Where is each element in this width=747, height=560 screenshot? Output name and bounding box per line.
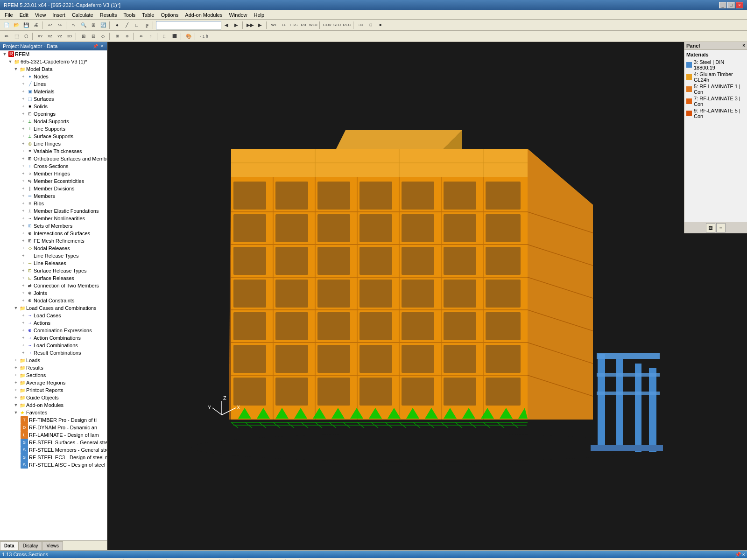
tree-connection-two[interactable]: + ⇌ Connection of Two Members bbox=[0, 282, 107, 289]
menu-results[interactable]: Results bbox=[97, 11, 120, 19]
dim-btn[interactable]: ↕ bbox=[146, 32, 155, 41]
menu-addon[interactable]: Add-on Modules bbox=[182, 11, 225, 19]
tree-avg-regions[interactable]: + 📁 Average Regions bbox=[0, 379, 107, 386]
bt-first[interactable]: |◀ bbox=[35, 559, 45, 560]
front-view[interactable]: ⊞ bbox=[79, 32, 88, 41]
menu-options[interactable]: Options bbox=[158, 11, 181, 19]
tree-fav-timber[interactable]: T RF-TIMBER Pro - Design of ti bbox=[0, 416, 107, 424]
menu-edit[interactable]: Edit bbox=[17, 11, 31, 19]
tree-mem-elastic[interactable]: + ⊥ Member Elastic Foundations bbox=[0, 207, 107, 215]
rotate-button[interactable]: 🔄 bbox=[99, 21, 108, 30]
view-yz[interactable]: YZ bbox=[55, 32, 64, 41]
select-all[interactable]: ⬚ bbox=[160, 32, 169, 41]
snap-obj[interactable]: ⊕ bbox=[122, 32, 132, 41]
exp-linesupp[interactable]: + bbox=[21, 126, 26, 132]
draw-btn1[interactable]: ✏ bbox=[2, 32, 11, 41]
bt-print[interactable]: 🖨 bbox=[136, 559, 146, 560]
tree-materials[interactable]: + ▣ Materials bbox=[0, 88, 107, 95]
tree-fav-steel-surf[interactable]: S RF-STEEL Surfaces - General stre bbox=[0, 439, 107, 446]
prev-btn[interactable]: ◀ bbox=[222, 21, 231, 30]
exp-linerel[interactable]: + bbox=[21, 260, 26, 266]
tree-lines[interactable]: + ╱ Lines bbox=[0, 80, 107, 88]
view-xy[interactable]: XY bbox=[35, 32, 45, 41]
bt-prev[interactable]: ◀ bbox=[45, 559, 55, 560]
expand-project[interactable]: ▼ bbox=[7, 59, 13, 64]
bt-l[interactable]: L bbox=[189, 559, 198, 560]
next-btn[interactable]: ▶ bbox=[232, 21, 241, 30]
tree-ribs[interactable]: + ≡ Ribs bbox=[0, 200, 107, 207]
tree-line-hinges[interactable]: + ◎ Line Hinges bbox=[0, 140, 107, 147]
tree-container[interactable]: ▼ R RFEM ▼ 📁 665-2321-Capdeferro V3 (1)*… bbox=[0, 50, 107, 540]
exp-nodconstr[interactable]: + bbox=[21, 298, 26, 303]
bt-filter[interactable]: ▼ bbox=[79, 559, 88, 560]
bottom-pin[interactable]: 📌 bbox=[735, 552, 741, 558]
render-btn[interactable]: 3D bbox=[356, 21, 366, 30]
surface-button[interactable]: □ bbox=[132, 21, 141, 30]
expand-favs[interactable]: ▼ bbox=[13, 410, 19, 415]
expand-addon[interactable]: ▼ bbox=[13, 402, 19, 408]
tree-fav-laminate[interactable]: L RF-LAMINATE - Design of lam bbox=[0, 431, 107, 439]
bt-export[interactable]: 📤 bbox=[127, 559, 136, 560]
exp-sol[interactable]: + bbox=[21, 104, 26, 109]
menu-calculate[interactable]: Calculate bbox=[69, 11, 96, 19]
exp-femesh[interactable]: + bbox=[21, 238, 26, 244]
open-button[interactable]: 📂 bbox=[12, 21, 21, 30]
exp-memdiv[interactable]: + bbox=[21, 186, 26, 191]
bt-more[interactable]: ▶ bbox=[303, 559, 312, 560]
exp-mat[interactable]: + bbox=[21, 89, 26, 94]
tree-sets-members[interactable]: + ⊞ Sets of Members bbox=[0, 222, 107, 230]
measure-btn[interactable]: ⇔ bbox=[136, 32, 146, 41]
zoom-button[interactable]: 🔍 bbox=[79, 21, 88, 30]
exp-surfsupp[interactable]: + bbox=[21, 133, 26, 139]
exp-rescomb[interactable]: + bbox=[21, 350, 26, 356]
tree-line-release-types[interactable]: + ─ Line Release Types bbox=[0, 252, 107, 259]
expand-model[interactable]: ▼ bbox=[13, 66, 19, 72]
tree-joints[interactable]: + ⊕ Joints bbox=[0, 289, 107, 297]
menu-table[interactable]: Table bbox=[139, 11, 157, 19]
exp-cs[interactable]: + bbox=[21, 163, 26, 169]
tree-mem-div[interactable]: + | Member Divisions bbox=[0, 185, 107, 192]
menu-file[interactable]: File bbox=[2, 11, 16, 19]
tb-std[interactable]: STD bbox=[332, 21, 342, 30]
tree-load-cases[interactable]: + → Load Cases bbox=[0, 312, 107, 319]
tree-line-supports[interactable]: + ⊥ Line Supports bbox=[0, 125, 107, 133]
view-xz[interactable]: XZ bbox=[45, 32, 55, 41]
tb-cor[interactable]: COR bbox=[323, 21, 332, 30]
tree-root-rfem[interactable]: ▼ R RFEM bbox=[0, 50, 107, 58]
new-button[interactable]: 📄 bbox=[2, 21, 11, 30]
tree-printout[interactable]: + 📁 Printout Reports bbox=[0, 386, 107, 394]
tree-nodal-constraints[interactable]: + ⊛ Nodal Constraints bbox=[0, 297, 107, 304]
bottom-close[interactable]: × bbox=[742, 552, 745, 558]
tree-fav-steel-ec3[interactable]: S RF-STEEL EC3 - Design of steel me bbox=[0, 454, 107, 461]
expand-sections[interactable]: + bbox=[13, 372, 19, 378]
zoom-all[interactable]: ⊞ bbox=[89, 21, 98, 30]
exp-joints[interactable]: + bbox=[21, 290, 26, 296]
save-button[interactable]: 💾 bbox=[21, 21, 31, 30]
nav-tab-data[interactable]: Data bbox=[0, 541, 19, 550]
iso-view[interactable]: ◇ bbox=[99, 32, 108, 41]
bt-t[interactable]: T bbox=[179, 559, 189, 560]
expand-rfem[interactable]: ▼ bbox=[2, 51, 7, 57]
tree-surface-releases[interactable]: + ⊡ Surface Releases bbox=[0, 274, 107, 282]
tree-sections[interactable]: + 📁 Sections bbox=[0, 371, 107, 379]
exp-intersect[interactable]: + bbox=[21, 231, 26, 236]
exp-nodrel[interactable]: + bbox=[21, 245, 26, 251]
expand-results[interactable]: + bbox=[13, 365, 19, 371]
exp-linereltype[interactable]: + bbox=[21, 253, 26, 259]
expand-avgregions[interactable]: + bbox=[13, 380, 19, 385]
exp-lines[interactable]: + bbox=[21, 81, 26, 87]
menu-help[interactable]: Help bbox=[251, 11, 268, 19]
bt-sort[interactable]: ⇅ bbox=[89, 559, 98, 560]
tree-load-comb[interactable]: + → Load Combinations bbox=[0, 342, 107, 349]
tree-actions[interactable]: + → Actions bbox=[0, 319, 107, 327]
node-button[interactable]: ● bbox=[113, 21, 122, 30]
bt-rows[interactable]: ≡ bbox=[113, 559, 122, 560]
nav-tab-display[interactable]: Display bbox=[19, 541, 42, 550]
maximize-button[interactable]: □ bbox=[727, 2, 735, 8]
panel-pin[interactable]: 📌 bbox=[92, 44, 99, 49]
tree-project[interactable]: ▼ 📁 665-2321-Capdeferro V3 (1)* bbox=[0, 58, 107, 65]
tree-var-thick[interactable]: + ≡ Variable Thicknesses bbox=[0, 147, 107, 155]
exp-setsmem[interactable]: + bbox=[21, 223, 26, 229]
bt-rec[interactable]: REC bbox=[251, 559, 260, 560]
tree-intersections[interactable]: + ⊕ Intersections of Surfaces bbox=[0, 230, 107, 237]
